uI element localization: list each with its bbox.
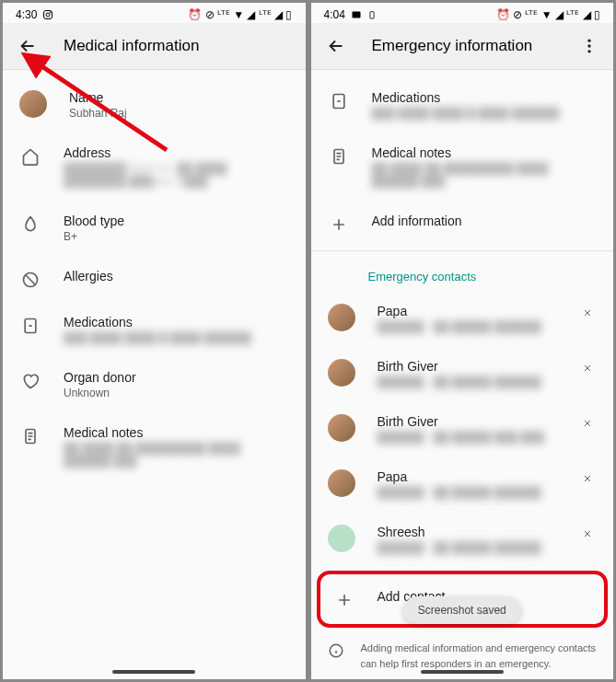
contact-name: Papa (378, 469, 557, 484)
info-block: Adding medical information and emergency… (311, 631, 614, 673)
page-title: Emergency information (372, 37, 533, 55)
field-address[interactable]: Address ████████ Ward no. ██ ████ ██████… (3, 133, 306, 201)
close-icon[interactable] (578, 414, 597, 433)
field-medical-notes[interactable]: Medical notes ██ ████ ██ █████████ ████ … (3, 412, 306, 480)
content-area: Name Subhan Raj Address ████████ Ward no… (3, 70, 306, 673)
back-icon[interactable] (17, 36, 38, 56)
app-bar: Emergency information (311, 23, 614, 70)
field-value: ███ ████ ████ █ ████ ██████ (372, 107, 598, 120)
avatar (19, 90, 47, 118)
content-area: Medications ███ ████ ████ █ ████ ██████ … (311, 70, 614, 673)
status-icons: ⏰ ⊘ ᴸᵀᴱ ▼ ◢ ᴸᵀᴱ ◢ ▯ (188, 8, 292, 21)
contacts-header: Emergency contacts (311, 255, 614, 291)
field-value: ███ ████ ████ █ ████ ██████ (64, 331, 289, 344)
back-icon[interactable] (326, 36, 346, 56)
divider (311, 250, 614, 251)
contact-detail: ██████ · ██ █████ ██████ (378, 320, 557, 333)
info-text-1: Adding medical information and emergency… (361, 641, 598, 671)
nav-bar[interactable] (421, 670, 504, 674)
contact-row[interactable]: Birth Giver ██████ · ██ █████ ██████ (311, 346, 614, 401)
close-icon[interactable] (578, 359, 597, 377)
phone-left: 4:30 ⏰ ⊘ ᴸᵀᴱ ▼ ◢ ᴸᵀᴱ ◢ ▯ Medical informa… (0, 0, 308, 682)
status-bar: 4:30 ⏰ ⊘ ᴸᵀᴱ ▼ ◢ ᴸᵀᴱ ◢ ▯ (3, 3, 306, 23)
notes-icon (330, 147, 348, 166)
field-label: Medications (372, 90, 598, 105)
field-medical-notes[interactable]: Medical notes ██ ████ ██ █████████ ████ … (311, 133, 614, 201)
svg-point-2 (46, 13, 50, 17)
field-value: ██ ████ ██ █████████ ████ ██████ ███ (64, 442, 289, 468)
contact-name: Papa (378, 304, 557, 318)
avatar (328, 469, 355, 497)
field-value: B+ (64, 230, 289, 243)
close-icon[interactable] (578, 469, 597, 488)
avatar (328, 414, 355, 442)
page-title: Medical information (64, 37, 199, 55)
svg-point-11 (587, 50, 590, 52)
field-label: Medical notes (372, 145, 598, 160)
contact-detail: ██████ · ██ █████ ██████ (378, 541, 557, 554)
nav-bar[interactable] (112, 670, 195, 674)
field-blood-type[interactable]: Blood type B+ (3, 201, 306, 256)
pill-icon (21, 317, 40, 335)
notes-icon (21, 427, 40, 445)
contact-row[interactable]: Papa ██████ · ██ █████ ██████ (311, 291, 614, 346)
home-icon (21, 147, 40, 166)
instagram-icon (42, 9, 53, 20)
close-icon[interactable] (578, 304, 597, 322)
field-value: ████████ Ward no. ██ ████ ████████ ███ip… (64, 162, 289, 188)
blood-icon (21, 215, 40, 234)
profile-row[interactable]: Name Subhan Raj (3, 77, 306, 133)
heart-icon (21, 372, 40, 390)
field-organ-donor[interactable]: Organ donor Unknown (3, 357, 306, 412)
avatar (328, 359, 355, 387)
app-bar: Medical information (3, 23, 306, 70)
field-label: Medical notes (64, 425, 289, 440)
block-icon (21, 271, 40, 289)
svg-point-3 (51, 12, 52, 13)
toast: Screenshot saved (403, 596, 521, 624)
contact-name: Birth Giver (378, 359, 557, 374)
phone-right: 4:04 ⏰ ⊘ ᴸᵀᴱ ▼ ◢ ᴸᵀᴱ ◢ ▯ Emergency infor… (308, 0, 617, 682)
field-medications[interactable]: Medications ███ ████ ████ █ ████ ██████ (311, 77, 614, 133)
field-label: Address (64, 145, 289, 160)
field-label: Medications (64, 315, 289, 329)
name-value: Subhan Raj (69, 107, 289, 120)
avatar (328, 525, 355, 552)
overflow-menu-icon[interactable] (580, 37, 599, 55)
info-icon (328, 642, 344, 659)
name-label: Name (69, 90, 289, 105)
contact-row[interactable]: Shreesh ██████ · ██ █████ ██████ (311, 512, 614, 567)
battery-icon (367, 9, 377, 20)
field-label: Blood type (64, 214, 289, 228)
message-icon (351, 9, 362, 20)
status-bar: 4:04 ⏰ ⊘ ᴸᵀᴱ ▼ ◢ ᴸᵀᴱ ◢ ▯ (311, 3, 614, 23)
contact-row[interactable]: Papa ██████ · ██ █████ ██████ (311, 457, 614, 512)
field-label: Organ donor (64, 370, 289, 385)
svg-point-9 (587, 40, 590, 42)
field-label: Add information (372, 214, 598, 228)
svg-rect-7 (352, 12, 360, 18)
status-time: 4:30 (16, 8, 37, 21)
svg-point-10 (587, 44, 590, 47)
field-value: ██ ████ ██ █████████ ████ ██████ ███ (372, 162, 598, 188)
contact-name: Shreesh (378, 525, 557, 539)
field-label: Allergies (64, 269, 289, 283)
close-icon[interactable] (578, 525, 597, 543)
plus-icon (330, 215, 348, 234)
field-value: Unknown (64, 387, 289, 399)
plus-icon (335, 591, 354, 609)
add-information-button[interactable]: Add information (311, 201, 614, 247)
pill-icon (330, 92, 348, 110)
field-medications[interactable]: Medications ███ ████ ████ █ ████ ██████ (3, 302, 306, 357)
status-time: 4:04 (324, 8, 345, 21)
contact-name: Birth Giver (378, 414, 557, 429)
status-icons: ⏰ ⊘ ᴸᵀᴱ ▼ ◢ ᴸᵀᴱ ◢ ▯ (496, 8, 600, 21)
contact-row[interactable]: Birth Giver ██████ · ██ █████ ███ ███ (311, 401, 614, 457)
contact-detail: ██████ · ██ █████ ███ ███ (378, 431, 557, 444)
avatar (328, 304, 355, 331)
contact-detail: ██████ · ██ █████ ██████ (378, 376, 557, 388)
field-allergies[interactable]: Allergies (3, 256, 306, 302)
svg-rect-8 (370, 12, 374, 19)
contact-detail: ██████ · ██ █████ ██████ (378, 486, 557, 499)
